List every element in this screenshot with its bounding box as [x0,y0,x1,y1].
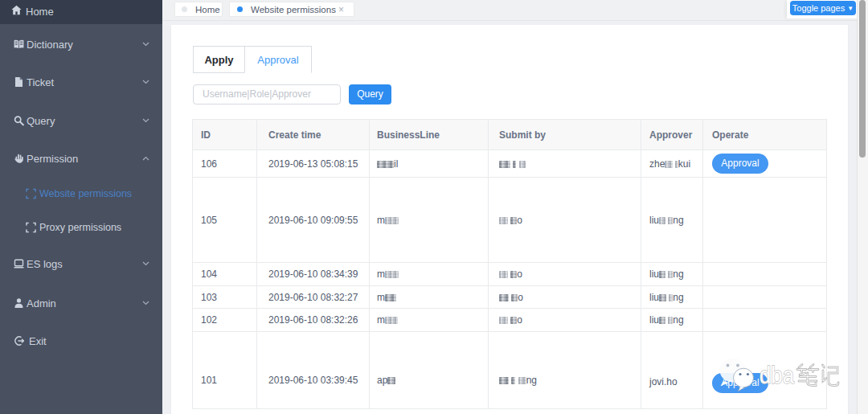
svg-text:dba: dba [760,362,794,388]
